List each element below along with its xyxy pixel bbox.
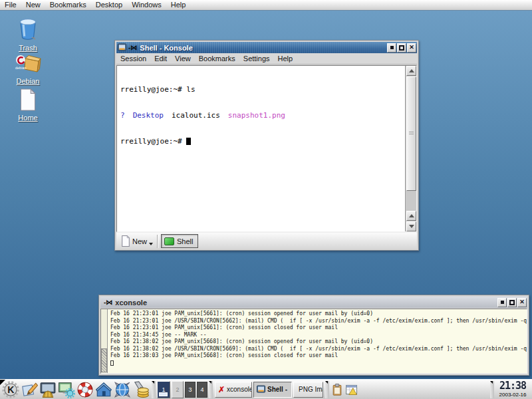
menu-session[interactable]: Session: [116, 55, 150, 63]
task-button-xconsole[interactable]: ✗ xconsole: [215, 382, 252, 398]
log-line: Feb 16 21:23:01 joe PAM_unix[5661]: (cro…: [110, 325, 527, 332]
menu-bookmarks[interactable]: Bookmarks: [195, 55, 239, 63]
launcher-coins[interactable]: [132, 380, 150, 399]
desktop-icon-debian[interactable]: debian Debian: [9, 53, 47, 86]
desktop-icon-label: Trash: [19, 44, 37, 52]
launcher-notes[interactable]: [20, 380, 39, 399]
launcher-konqueror[interactable]: [113, 380, 132, 399]
maximize-icon: [399, 45, 404, 51]
panel-corner-arrow-icon: [0, 380, 5, 385]
minimize-icon: [501, 301, 504, 304]
terminal-line: rreilly@joe:~# ls: [120, 85, 405, 94]
applet-handle[interactable]: [209, 381, 213, 398]
close-button[interactable]: ✕: [517, 298, 527, 307]
new-session-label: New: [132, 237, 147, 245]
pin-icon[interactable]: -⋈: [104, 299, 112, 306]
launcher-control-center[interactable]: [57, 380, 76, 399]
scroll-up-button[interactable]: [406, 66, 416, 76]
task-button-png-image[interactable]: PNG Ima: [293, 382, 323, 398]
scroll-up-button-2[interactable]: [406, 211, 416, 221]
desktop-icon-trash[interactable]: Trash: [9, 17, 47, 53]
panel-clock[interactable]: 21:38 2003-02-16: [495, 381, 530, 398]
x11-icon: ✗: [218, 386, 225, 394]
menu-new[interactable]: New: [21, 0, 45, 10]
desktop-pager: 1 2 3 4: [157, 381, 207, 398]
menu-desktop[interactable]: Desktop: [91, 0, 127, 10]
applet-handle[interactable]: [325, 381, 329, 398]
scrollbar-thumb[interactable]: [101, 348, 107, 372]
close-icon: ✕: [409, 45, 414, 51]
desktop-icon-label: Debian: [17, 77, 40, 85]
trash-icon: [17, 17, 39, 41]
launcher-konsole[interactable]: [39, 380, 57, 399]
svg-text:debian: debian: [15, 66, 27, 70]
pager-desktop-3[interactable]: 3: [185, 382, 196, 398]
new-session-button[interactable]: New: [118, 234, 156, 248]
applet-handle[interactable]: [152, 381, 156, 398]
xconsole-window: -⋈ xconsole ✕ Feb 16 21:23:01 joe PAM_un…: [98, 295, 529, 376]
konsole-menubar: Session Edit View Bookmarks Settings Hel…: [116, 53, 417, 65]
menu-help[interactable]: Help: [166, 0, 191, 10]
arrow-up-icon: [409, 69, 414, 72]
pin-icon[interactable]: -⋈: [128, 45, 137, 51]
home-document-icon: [19, 88, 37, 111]
window-title: Shell - Konsole: [140, 44, 192, 52]
maximize-button[interactable]: [507, 298, 517, 307]
applet-handle[interactable]: [490, 381, 494, 398]
terminal-scrollbar[interactable]: [405, 66, 416, 231]
lifebuoy-icon: [76, 381, 94, 398]
pencil-note-icon: [21, 381, 38, 398]
monitor-gear-icon: [58, 381, 75, 398]
task-button-shell[interactable]: Shell -: [253, 382, 292, 398]
xconsole-titlebar[interactable]: -⋈ xconsole ✕: [100, 297, 527, 308]
clock-time: 21:38: [495, 381, 530, 392]
log-line: Feb 16 21:23:01 joe PAM_unix[5661]: (cro…: [110, 311, 527, 318]
maximize-button[interactable]: [397, 43, 406, 53]
launcher-home[interactable]: [94, 380, 113, 399]
terminal-cursor: [186, 138, 191, 145]
alarm-daemon-tray-icon[interactable]: [345, 382, 358, 397]
terminal-text: rreilly@joe:~# ls ?Desktopicalout.icssna…: [117, 66, 405, 231]
xconsole-content: Feb 16 21:23:01 joe PAM_unix[5661]: (cro…: [100, 309, 527, 374]
close-icon: ✕: [519, 299, 525, 305]
tab-shell[interactable]: Shell: [161, 234, 198, 248]
menu-edit[interactable]: Edit: [150, 55, 171, 63]
log-line: Feb 16 21:23:01 joe /USR/SBIN/CRON[5662]…: [110, 318, 527, 325]
clipboard-icon: [331, 383, 343, 396]
menu-view[interactable]: View: [171, 55, 195, 63]
pager-desktop-1[interactable]: 1: [157, 381, 170, 398]
minimize-button[interactable]: [387, 43, 396, 53]
desktop-menubar: File New Bookmarks Desktop Windows Help: [0, 0, 532, 11]
debian-package-icon: debian: [15, 53, 41, 74]
minimize-icon: [390, 46, 394, 49]
desktop-icon-home[interactable]: Home: [9, 88, 47, 123]
log-line: Feb 16 21:34:45 joe -- MARK --: [110, 332, 527, 339]
xconsole-scrollbar[interactable]: [101, 309, 108, 373]
arrow-up-icon: [409, 214, 414, 217]
menu-settings[interactable]: Settings: [239, 55, 274, 63]
launcher-help[interactable]: [76, 380, 94, 399]
tabbar-separator: [157, 235, 158, 248]
pager-desktop-4[interactable]: 4: [197, 382, 207, 398]
scroll-down-button[interactable]: [406, 221, 416, 231]
xconsole-log: Feb 16 21:23:01 joe PAM_unix[5661]: (cro…: [108, 309, 527, 373]
konsole-shell-icon: [39, 381, 57, 398]
home-folder-icon: [95, 381, 112, 398]
scrollbar-thumb[interactable]: [406, 76, 416, 191]
close-button[interactable]: ✕: [407, 43, 416, 53]
log-line: Feb 16 21:38:03 joe PAM_unix[5668]: (cro…: [110, 352, 527, 360]
terminal-line: rreilly@joe:~#: [120, 137, 405, 146]
pager-desktop-2[interactable]: 2: [172, 381, 184, 398]
minimize-button[interactable]: [497, 298, 507, 307]
konsole-titlebar[interactable]: -⋈ Shell - Konsole ✕: [116, 42, 417, 53]
menu-file[interactable]: File: [0, 0, 21, 10]
konsole-app-icon[interactable]: [118, 43, 126, 52]
konsole-tabbar: New Shell: [116, 232, 417, 249]
log-line: Feb 16 21:38:02 joe PAM_unix[5668]: (cro…: [110, 338, 527, 346]
menu-windows[interactable]: Windows: [127, 0, 166, 10]
menu-bookmarks[interactable]: Bookmarks: [45, 0, 91, 10]
clock-date: 2003-02-16: [495, 392, 530, 398]
klipper-tray-icon[interactable]: [331, 382, 344, 397]
terminal-area[interactable]: rreilly@joe:~# ls ?Desktopicalout.icssna…: [116, 65, 417, 232]
menu-help[interactable]: Help: [274, 55, 297, 63]
